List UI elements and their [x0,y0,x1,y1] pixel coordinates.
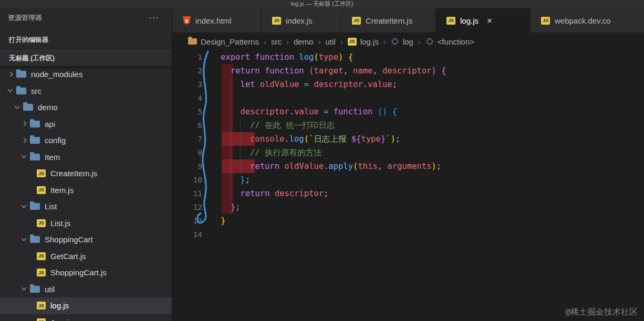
line-number: 9 [172,159,202,173]
code-line-13[interactable]: 13} [172,214,644,228]
chevron-right-icon [6,70,15,79]
code-text: descriptor.value = function () { [221,105,397,119]
chevron-down-icon [13,103,22,112]
tree-item-label: src [31,87,41,95]
code-text: return oldValue.apply(this, arguments); [221,159,441,173]
line-number: 13 [172,214,202,228]
code-editor[interactable]: 1export function log(type) {2 return fun… [172,50,644,321]
explorer-sidebar: 资源管理器 ··· 打开的编辑器 无标题 (工作区) node_moduless… [0,8,172,321]
close-icon[interactable]: × [487,16,492,25]
sidebar-title: 资源管理器 [8,13,42,23]
chevron-down-icon [20,202,29,211]
code-line-3[interactable]: 3 let oldValue = descriptor.value; [172,78,644,91]
code-line-11[interactable]: 11 return descriptor; [172,187,644,200]
sidebar-header: 资源管理器 ··· [0,8,172,27]
code-text: }; [221,200,240,214]
chevron-down-icon [20,285,29,293]
tree-item-config[interactable]: config [0,132,172,149]
code-line-5[interactable]: 5 descriptor.value = function () { [172,105,644,119]
js-file-icon: JS [352,17,361,25]
main-area: 资源管理器 ··· 打开的编辑器 无标题 (工作区) node_moduless… [0,8,644,321]
code-text: return descriptor; [221,187,328,200]
tree-item-label: List.js [50,219,70,228]
tab-webpack.dev.co[interactable]: JSwebpack.dev.co [531,8,644,33]
tree-item-label: util [45,285,55,294]
tab-label: index.js [286,16,313,25]
breadcrumb-item-src[interactable]: src [271,37,282,46]
code-text: }; [221,173,250,187]
line-number: 5 [172,105,202,119]
tab-index.html[interactable]: 5index.html [172,8,262,33]
code-lines: 1export function log(type) {2 return fun… [172,50,644,241]
line-number: 11 [172,187,202,200]
tab-index.js[interactable]: JSindex.js [262,8,341,33]
open-editors-section[interactable]: 打开的编辑器 [0,27,172,50]
tree-item-util[interactable]: util [0,281,172,298]
tree-item-label: config [45,136,66,145]
tree-item-CreateItem.js[interactable]: JSCreateItem.js [0,165,172,182]
tree-item-List.js[interactable]: JSList.js [0,215,172,232]
tab-label: webpack.dev.co [555,16,610,25]
js-file-icon: JS [446,17,455,25]
js-file-icon: JS [272,17,281,25]
tree-item-Item[interactable]: Item [0,149,172,166]
breadcrumb-item-<function>[interactable]: <function> [425,37,474,46]
breadcrumb-item-Design_Patterns[interactable]: Design_Patterns [188,37,259,46]
code-line-8[interactable]: 8 // 执行原有的方法 [172,146,644,159]
tab-bar: 5index.htmlJSindex.jsJSCreateItem.jsJSlo… [172,8,644,33]
js-file-icon: JS [37,219,46,227]
tree-item-ShoppingCart[interactable]: ShoppingCart [0,231,172,248]
tree-item-api[interactable]: api [0,116,172,133]
breadcrumb-item-demo[interactable]: demo [294,37,314,46]
js-file-icon: JS [541,17,550,25]
code-line-1[interactable]: 1export function log(type) { [172,50,644,64]
code-line-14[interactable]: 14 [172,228,644,241]
file-tree: node_modulessrcdemoapiconfigItemJSCreate… [0,66,172,321]
code-line-4[interactable]: 4 [172,91,644,105]
breadcrumb-label: demo [294,37,314,46]
tree-item-log.js[interactable]: JSlog.js [0,297,172,314]
code-line-2[interactable]: 2 return function (target, name, descrip… [172,64,644,78]
tree-item-GetCart.js[interactable]: JSGetCart.js [0,248,172,265]
tree-item-node_modules[interactable]: node_modules [0,66,172,83]
tree-item-demo[interactable]: demo [0,99,172,116]
line-number: 7 [172,132,202,146]
breadcrumb-label: util [325,37,335,46]
breadcrumb-separator: › [286,37,289,46]
tree-item-label: Item [45,153,60,162]
code-line-6[interactable]: 6 // 在此 统一打印日志 [172,119,644,132]
folder-icon [30,137,40,144]
code-line-12[interactable]: 12 }; [172,200,644,214]
code-line-9[interactable]: 9 return oldValue.apply(this, arguments)… [172,159,644,173]
tree-item-ShoppingCart.js[interactable]: JSShoppingCart.js [0,264,172,281]
tree-item-App.js[interactable]: JSApp.js [0,314,172,321]
folder-icon [16,71,26,78]
js-file-icon: JS [37,269,46,276]
line-number: 4 [172,91,202,105]
line-number: 12 [172,200,202,214]
tree-item-Item.js[interactable]: JSItem.js [0,182,172,199]
workspace-section-header[interactable]: 无标题 (工作区) [0,50,172,66]
breadcrumb-item-log[interactable]: log [391,37,413,46]
tree-item-label: node_modules [31,70,82,79]
code-line-7[interactable]: 7 console.log(`日志上报 ${type}`); [172,132,644,146]
folder-icon [23,104,33,111]
js-file-icon: JS [37,186,46,194]
tree-item-label: log.js [50,301,69,310]
folder-icon [30,121,40,127]
line-number: 10 [172,173,202,187]
tab-CreateItem.js[interactable]: JSCreateItem.js [341,8,436,33]
html-file-icon: 5 [183,16,191,25]
tree-item-label: api [45,120,55,129]
folder-icon [16,88,26,94]
code-text: export function log(type) { [221,50,353,64]
tree-item-src[interactable]: src [0,83,172,100]
more-actions-icon[interactable]: ··· [149,15,159,20]
code-line-10[interactable]: 10 }; [172,173,644,187]
breadcrumb-item-util[interactable]: util [325,37,335,46]
breadcrumb-item-log.js[interactable]: JSlog.js [348,37,379,46]
code-text: // 执行原有的方法 [221,146,322,159]
tab-log.js[interactable]: JSlog.js× [436,8,531,33]
tree-item-List[interactable]: List [0,198,172,215]
js-file-icon: JS [37,252,46,260]
